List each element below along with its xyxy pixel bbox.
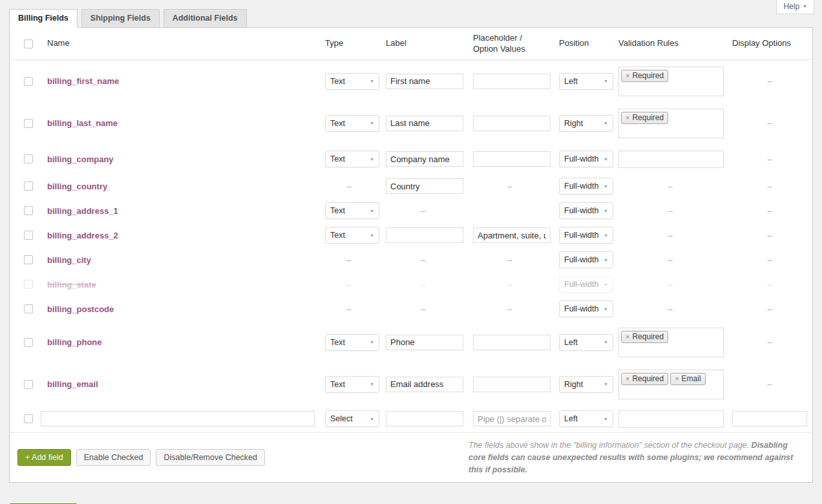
field-name-link[interactable]: billing_email — [47, 379, 98, 389]
position-select[interactable]: Full-width▼ — [559, 202, 613, 219]
cell-checkbox — [15, 102, 38, 144]
validation-rules-box[interactable]: ×Required — [618, 328, 724, 357]
placeholder-input[interactable] — [473, 377, 551, 392]
cell-position: Right▼ — [553, 363, 613, 405]
label-input[interactable] — [386, 151, 463, 167]
field-name-link[interactable]: billing_phone — [47, 337, 102, 347]
new-field-name-input[interactable] — [41, 411, 315, 426]
field-name-link[interactable]: billing_last_name — [47, 118, 118, 128]
remove-icon[interactable]: × — [626, 72, 629, 79]
cell-placeholder — [467, 321, 553, 363]
position-select[interactable]: Right▼ — [559, 376, 613, 393]
cell-type: Text▼ — [319, 223, 379, 247]
field-name-link[interactable]: billing_company — [47, 154, 114, 164]
placeholder-input[interactable] — [473, 411, 551, 426]
cell-display-options: – — [727, 223, 812, 247]
label-input[interactable] — [386, 335, 463, 350]
label-input[interactable] — [386, 377, 463, 392]
select-all-checkbox[interactable] — [24, 39, 33, 48]
row-checkbox[interactable] — [24, 154, 33, 163]
row-checkbox[interactable] — [24, 280, 33, 289]
placeholder-input[interactable] — [473, 116, 551, 131]
type-select[interactable]: Text▼ — [325, 151, 379, 167]
row-checkbox[interactable] — [24, 255, 33, 264]
validation-rules-box[interactable] — [618, 151, 724, 168]
table-row-billing_state: billing_state–––Full-width▼–– — [10, 272, 812, 297]
validation-rules-box[interactable] — [618, 410, 724, 428]
validation-rules-box[interactable]: ×Required — [618, 67, 724, 96]
field-name-link[interactable]: billing_state — [47, 280, 96, 289]
position-select[interactable]: Left▼ — [559, 73, 613, 90]
position-select[interactable]: Full-width▼ — [559, 300, 613, 317]
validation-rules-box[interactable]: ×Required×Email — [618, 370, 724, 399]
display-options-input[interactable] — [732, 411, 807, 426]
type-select[interactable]: Text▼ — [325, 73, 379, 90]
position-select[interactable]: Full-width▼ — [559, 151, 613, 167]
position-select[interactable]: Right▼ — [559, 115, 613, 132]
row-checkbox[interactable] — [24, 231, 33, 240]
field-name-link[interactable]: billing_city — [47, 255, 91, 265]
row-checkbox[interactable] — [24, 119, 33, 128]
remove-icon[interactable]: × — [675, 375, 679, 383]
position-select[interactable]: Full-width▼ — [559, 251, 613, 268]
cell-position: Full-width▼ — [553, 272, 613, 297]
cell-type: – — [319, 297, 379, 321]
select-value: Full-width — [564, 206, 599, 215]
row-checkbox[interactable] — [24, 77, 33, 86]
add-field-button[interactable]: + Add field — [17, 449, 71, 466]
dash: – — [346, 182, 351, 191]
position-select[interactable]: Full-width▼ — [559, 227, 613, 244]
type-select[interactable]: Text▼ — [325, 334, 379, 351]
dash: – — [668, 255, 672, 265]
tab-shipping-fields[interactable]: Shipping Fields — [81, 9, 160, 28]
placeholder-input[interactable] — [473, 151, 551, 167]
select-value: Right — [564, 119, 583, 128]
field-name-link[interactable]: billing_postcode — [47, 304, 114, 314]
cell-name: billing_address_2 — [38, 223, 319, 247]
type-select[interactable]: Text▼ — [325, 227, 379, 244]
remove-icon[interactable]: × — [626, 333, 629, 341]
row-checkbox[interactable] — [24, 414, 33, 423]
cell-label — [379, 144, 467, 174]
remove-icon[interactable]: × — [626, 375, 629, 383]
placeholder-input[interactable] — [473, 74, 551, 89]
type-select[interactable]: Text▼ — [325, 115, 379, 132]
type-select[interactable]: Select▼ — [325, 410, 379, 427]
row-checkbox[interactable] — [24, 380, 33, 389]
chevron-down-icon: ▼ — [604, 121, 608, 125]
label-input[interactable] — [386, 227, 463, 243]
row-checkbox[interactable] — [24, 206, 33, 215]
label-input[interactable] — [386, 411, 463, 426]
enable-checked-button[interactable]: Enable Checked — [76, 449, 151, 466]
field-name-link[interactable]: billing_country — [47, 182, 107, 191]
position-select[interactable]: Left▼ — [559, 334, 613, 351]
col-header-name: Name — [38, 28, 319, 59]
validation-chip: ×Required — [621, 331, 668, 343]
validation-rules-box[interactable]: ×Required — [618, 109, 724, 138]
position-select[interactable]: Full-width▼ — [559, 276, 613, 293]
placeholder-input[interactable] — [473, 227, 551, 243]
row-checkbox[interactable] — [24, 182, 33, 191]
row-checkbox[interactable] — [24, 338, 33, 347]
tab-additional-fields[interactable]: Additional Fields — [163, 9, 247, 28]
dash: – — [767, 255, 772, 265]
cell-checkbox — [15, 405, 38, 432]
select-value: Text — [330, 206, 345, 215]
label-input[interactable] — [386, 116, 463, 131]
field-name-link[interactable]: billing_address_1 — [47, 206, 118, 216]
placeholder-input[interactable] — [473, 335, 551, 350]
position-select[interactable]: Left▼ — [559, 410, 613, 427]
dash: – — [767, 337, 772, 347]
cell-name: billing_email — [38, 363, 319, 405]
remove-icon[interactable]: × — [626, 114, 629, 121]
disable-remove-checked-button[interactable]: Disable/Remove Checked — [156, 449, 265, 466]
type-select[interactable]: Text▼ — [325, 202, 379, 219]
type-select[interactable]: Text▼ — [325, 376, 379, 393]
label-input[interactable] — [386, 178, 463, 194]
field-name-link[interactable]: billing_address_2 — [47, 231, 118, 240]
row-checkbox[interactable] — [24, 304, 33, 313]
tab-billing-fields[interactable]: Billing Fields — [9, 9, 78, 28]
field-name-link[interactable]: billing_first_name — [47, 76, 119, 86]
label-input[interactable] — [386, 74, 463, 89]
position-select[interactable]: Full-width▼ — [559, 178, 613, 194]
